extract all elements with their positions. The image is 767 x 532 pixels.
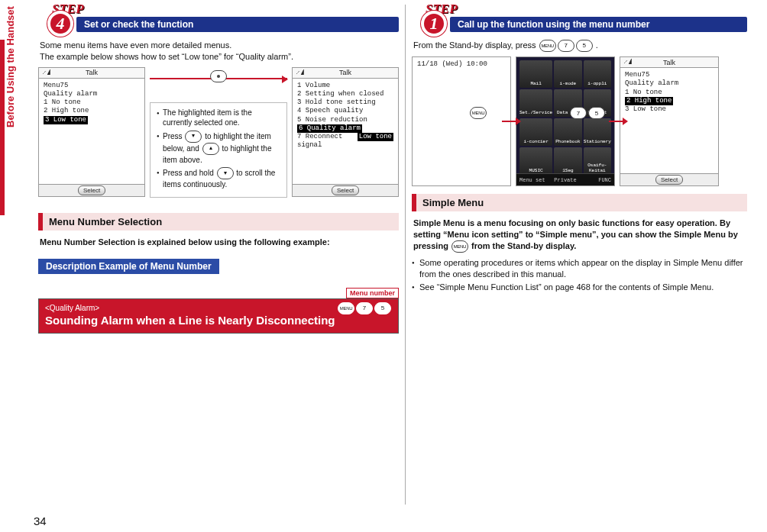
intro-text: Some menu items have even more detailed … xyxy=(40,40,397,63)
key-7: 7 xyxy=(356,302,373,314)
key-5: 5 xyxy=(588,107,605,119)
result-lines: Menu75 Quality alarm 1 No tone 2 High to… xyxy=(620,68,718,117)
main-menu-screen: Mail i-mode i-αppli Set./Service Data bo… xyxy=(516,56,615,186)
menu-key-icon: MENU xyxy=(539,40,556,52)
phone-b-topbar: ⟋◢ Talk xyxy=(293,68,398,79)
select-button: Select xyxy=(78,185,105,195)
menu-iappli: i-αppli xyxy=(584,60,611,88)
scroll-key-icon: ▾ xyxy=(217,167,234,179)
step-number-1: 1 xyxy=(421,11,447,37)
step-title: Set or check the function xyxy=(84,19,193,30)
menu-key-icon: MENU xyxy=(338,302,354,314)
phone-b-botbar: Select xyxy=(293,184,398,196)
phone-a-opt1: 1 No tone xyxy=(44,98,140,107)
step-title-bar: Set or check the function xyxy=(76,17,399,32)
right-instruction: From the Stand-by display, press MENU75 … xyxy=(413,40,746,52)
right-column: STEP 1 Call up the function using the me… xyxy=(407,0,752,509)
phone-b-lines: 1 Volume 2 Setting when closed 3 Hold to… xyxy=(293,79,398,153)
key-7: 7 xyxy=(558,40,574,52)
menu-imode: i-mode xyxy=(554,60,581,88)
step1-header: STEP 1 Call up the function using the me… xyxy=(412,3,747,34)
key-5: 5 xyxy=(576,40,593,52)
left-column: STEP 4 Set or check the function Some me… xyxy=(34,0,403,509)
note-box: The highlighted item is the currently se… xyxy=(150,102,287,198)
pb-i4: 5 Noise reduction xyxy=(297,116,393,124)
up-key-icon: ▴ xyxy=(202,143,219,155)
phone-a-opt3: 3 Low tone xyxy=(44,116,140,124)
description-example-head: Description Example of Menu Number xyxy=(38,259,219,274)
pb-i5: 6 Quality alarm Low tone xyxy=(297,124,393,133)
menu-number-block: Menu number MENU75 <Quality Alarm> Sound… xyxy=(38,288,399,334)
phone-screen-a: ⟋◢ Talk Menu75 Quality alarm 1 No tone 2… xyxy=(38,67,145,197)
phone-a-opt2: 2 High tone xyxy=(44,107,140,115)
menu-osaifu: Osaifu-Keitai xyxy=(584,147,611,175)
simple-menu-bullets: Some operating procedures or items which… xyxy=(412,257,747,293)
intro-line-1: Some menu items have even more detailed … xyxy=(40,40,397,51)
select-button: Select xyxy=(655,175,683,185)
card-keys: MENU75 xyxy=(337,302,392,314)
standby-time: 11/18 (Wed) 10:00 xyxy=(413,57,510,72)
step4-header: STEP 4 Set or check the function xyxy=(38,3,399,34)
menu-1seg: 1Seg xyxy=(554,147,581,175)
intro-line-2: The example below shows how to set “Low … xyxy=(40,51,397,63)
menu-setservice: Set./Service xyxy=(519,89,552,117)
result-topbar: ⟋◢ Talk xyxy=(620,57,718,68)
down-key-icon: ▾ xyxy=(185,131,202,143)
pb-i3: 4 Speech quality xyxy=(297,107,393,115)
menu-number-tag: Menu number xyxy=(346,288,399,298)
key-5: 5 xyxy=(374,302,391,314)
menu-iconcier: i-concier xyxy=(519,118,552,146)
side-tab-text: Before Using the Handset xyxy=(5,6,16,127)
phone-a-l2: Quality alarm xyxy=(44,90,140,98)
menu-number-selection-head: Menu Number Selection xyxy=(38,213,399,231)
menu-key-icon: MENU xyxy=(451,240,468,253)
note-3: Press and hold ▾ to scroll the items con… xyxy=(157,167,280,190)
center-key-icon xyxy=(210,70,227,82)
side-tab: Before Using the Handset xyxy=(0,40,20,215)
menu-phonebook: Phonebook xyxy=(554,118,581,146)
simple-menu-para: Simple Menu is a menu focusing on only b… xyxy=(413,218,746,253)
content-columns: STEP 4 Set or check the function Some me… xyxy=(34,0,752,509)
signal-icon: ⟋◢ xyxy=(296,69,304,75)
note-1: The highlighted item is the currently se… xyxy=(157,108,280,128)
bullet-1: Some operating procedures or items which… xyxy=(412,257,747,280)
menu-key-icon: MENU xyxy=(470,107,487,119)
mns-line: Menu Number Selection is explained below… xyxy=(40,237,397,248)
phone-a-talk: Talk xyxy=(86,69,98,76)
result-botbar: Select xyxy=(620,173,718,185)
column-divider xyxy=(405,5,406,505)
result-screen: ⟋◢ Talk Menu75 Quality alarm 1 No tone 2… xyxy=(620,56,719,186)
phone-a-botbar: Select xyxy=(39,184,144,196)
signal-icon: ⟋◢ xyxy=(42,69,50,75)
arrow-1: MENU xyxy=(502,118,521,125)
signal-icon: ⟋◢ xyxy=(623,59,632,64)
standby-screen: 11/18 (Wed) 10:00 xyxy=(412,56,511,186)
select-button: Select xyxy=(332,185,359,195)
menu-mail: Mail xyxy=(519,60,552,88)
note-2: Press ▾ to highlight the item below, and… xyxy=(157,131,280,166)
pb-i1: 2 Setting when closed xyxy=(297,90,393,98)
three-screens: 11/18 (Wed) 10:00 Mail i-mode i-αppli Se… xyxy=(412,56,747,186)
menu-stationery: Stationery xyxy=(584,118,611,146)
menu-bottom-bar: Menu set Private FUNC xyxy=(516,173,614,185)
phone-a-topbar: ⟋◢ Talk xyxy=(39,68,144,79)
step-title: Call up the function using the menu numb… xyxy=(458,19,649,30)
phone-screen-b: ⟋◢ Talk 1 Volume 2 Setting when closed 3… xyxy=(292,67,399,197)
page-number: 34 xyxy=(34,514,47,527)
screens-row: ⟋◢ Talk Menu75 Quality alarm 1 No tone 2… xyxy=(38,67,399,205)
pb-i2: 3 Hold tone setting xyxy=(297,98,393,107)
phone-b-talk: Talk xyxy=(339,69,351,76)
middle-area: The highlighted item is the currently se… xyxy=(150,67,287,205)
key-7: 7 xyxy=(570,107,587,119)
arrow-2: 75 xyxy=(609,118,628,125)
step-number-4: 4 xyxy=(47,11,73,37)
menu-music: MUSIC xyxy=(519,147,552,175)
bullet-2: See “Simple Menu Function List” on page … xyxy=(412,282,747,293)
phone-a-l1: Menu75 xyxy=(44,82,140,90)
quality-alarm-card: MENU75 <Quality Alarm> Sounding Alarm wh… xyxy=(38,298,399,334)
phone-a-lines: Menu75 Quality alarm 1 No tone 2 High to… xyxy=(39,79,144,127)
pb-i0: 1 Volume xyxy=(297,82,393,90)
simple-menu-head: Simple Menu xyxy=(412,194,747,211)
step-title-bar: Call up the function using the menu numb… xyxy=(450,17,747,32)
card-title: Sounding Alarm when a Line is Nearly Dis… xyxy=(45,314,392,327)
